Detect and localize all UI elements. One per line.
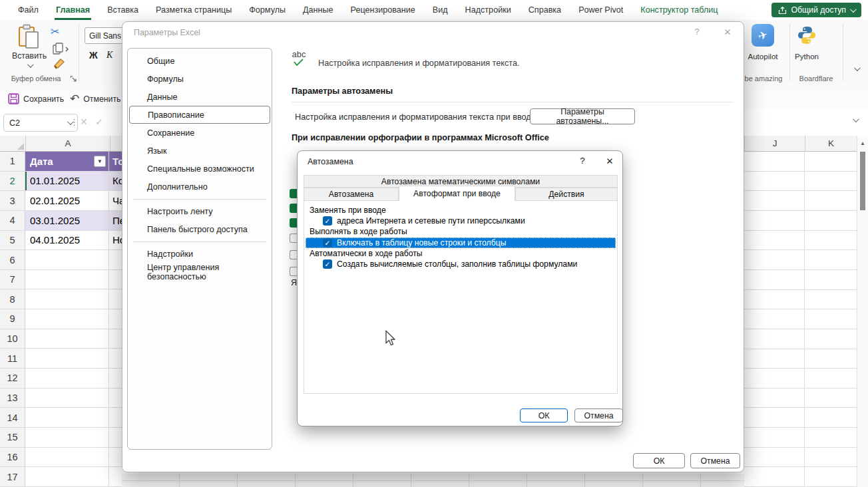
row-header[interactable]: 5 <box>0 231 25 251</box>
row-header[interactable]: 9 <box>0 309 25 329</box>
cell-partial[interactable] <box>109 428 122 448</box>
table-header-cell-date[interactable]: Дата ▾ <box>25 152 109 172</box>
cell-date[interactable] <box>25 270 109 290</box>
close-button[interactable]: ✕ <box>602 156 617 166</box>
vertical-scrollbar[interactable]: ▲ <box>857 136 868 487</box>
cell-date[interactable] <box>25 369 109 389</box>
autocorrect-option-row[interactable]: ✓ адреса Интернета и сетевые пути гиперс… <box>306 216 616 226</box>
cell-date[interactable]: 04.01.2025 <box>25 231 109 251</box>
column-header-a[interactable]: A <box>26 136 110 152</box>
cell-partial[interactable] <box>109 289 122 309</box>
row-header[interactable]: 6 <box>0 250 25 270</box>
ribbon-tab[interactable]: Конструктор таблиц <box>632 0 726 20</box>
options-sidebar-item[interactable]: Дополнительно <box>129 178 270 196</box>
options-sidebar-item[interactable]: Сохранение <box>129 124 270 142</box>
row-header[interactable]: 15 <box>0 428 25 448</box>
cell-partial[interactable] <box>109 369 122 389</box>
ribbon-tab[interactable]: Надстройки <box>457 0 520 20</box>
options-sidebar-item[interactable]: Общие <box>129 52 270 70</box>
confirm-entry-icon[interactable]: ✓ <box>95 116 103 127</box>
scroll-up-icon[interactable]: ▲ <box>860 140 865 146</box>
filter-dropdown-button[interactable]: ▾ <box>94 156 106 167</box>
python-addin-button[interactable]: Python <box>785 24 828 61</box>
options-sidebar-item[interactable]: Данные <box>129 88 270 106</box>
cell-partial[interactable] <box>109 467 122 487</box>
cell-partial[interactable] <box>109 448 122 468</box>
autocorrect-options-button[interactable]: Параметры автозамены... <box>530 108 635 124</box>
autocorrect-option-row[interactable]: ✓ Заменять при вводе <box>306 205 616 216</box>
copy-icon[interactable] <box>53 43 70 55</box>
bold-button[interactable]: Ж <box>89 50 98 61</box>
autocorrect-option-row[interactable]: ✓ Создать вычисляемые столбцы, заполнив … <box>306 259 616 269</box>
options-sidebar-item[interactable]: Язык <box>129 142 270 160</box>
cell-partial[interactable]: Пе <box>109 211 122 231</box>
cancel-entry-icon[interactable]: ✕ <box>80 116 88 127</box>
share-button[interactable]: Общий доступ <box>771 3 861 17</box>
cell-date[interactable] <box>25 349 109 369</box>
options-sidebar-item[interactable]: Надстройки <box>129 245 270 263</box>
checkbox-checked-icon[interactable]: ✓ <box>323 216 332 226</box>
autopilot-addin-button[interactable]: ✈ Autopilot <box>742 24 784 61</box>
empty-grid[interactable] <box>744 152 857 487</box>
cell-date[interactable] <box>25 448 109 468</box>
formula-bar-expand-chevron-icon[interactable] <box>853 116 859 122</box>
cell-partial[interactable] <box>109 349 122 369</box>
ribbon-tab[interactable]: Формулы <box>240 0 294 20</box>
ribbon-tab[interactable]: Справка <box>520 0 570 20</box>
options-cancel-button[interactable]: Отмена <box>690 453 740 468</box>
ribbon-collapse-chevron-icon[interactable] <box>854 65 861 71</box>
cut-icon[interactable]: ✂ <box>51 25 59 38</box>
autocorrect-option-row[interactable]: ✓ Автоматически в ходе работы <box>306 248 616 259</box>
cell-partial[interactable] <box>109 270 122 290</box>
column-header-k[interactable]: K <box>805 136 857 152</box>
name-box[interactable]: C2 <box>3 114 78 132</box>
ribbon-tab[interactable]: Вид <box>424 0 457 20</box>
options-sidebar-item[interactable]: Специальные возможности <box>129 160 270 178</box>
row-header[interactable]: 8 <box>0 289 25 309</box>
clipboard-dialog-launcher-icon[interactable] <box>70 75 77 82</box>
checkbox-checked-icon[interactable]: ✓ <box>323 259 332 269</box>
ribbon-tab[interactable]: Данные <box>294 0 342 20</box>
row-header[interactable]: 2 <box>0 172 25 192</box>
cell-partial[interactable] <box>109 250 122 270</box>
cell-partial[interactable]: Ча <box>109 191 122 211</box>
cell-date[interactable] <box>25 309 109 329</box>
options-sidebar-item[interactable]: Центр управления безопасностью <box>129 263 270 281</box>
paste-icon[interactable] <box>17 24 41 49</box>
paste-button[interactable]: Вставить <box>8 51 51 70</box>
save-button[interactable]: Сохранить <box>8 88 64 109</box>
ribbon-tab[interactable]: Вставка <box>99 0 147 20</box>
cell-date[interactable] <box>25 289 109 309</box>
scrollbar-thumb[interactable] <box>860 152 865 210</box>
row-header[interactable]: 10 <box>0 329 25 349</box>
ribbon-tab[interactable]: Главная <box>47 0 99 20</box>
row-header[interactable]: 11 <box>0 349 25 369</box>
close-button[interactable]: ✕ <box>720 27 735 37</box>
options-sidebar-item[interactable]: Панель быстрого доступа <box>129 220 270 238</box>
row-header[interactable]: 17 <box>0 467 25 487</box>
row-header[interactable]: 4 <box>0 211 25 231</box>
cell-partial[interactable] <box>109 329 122 349</box>
options-sidebar-item[interactable]: Правописание <box>129 106 270 124</box>
autocorrect-ok-button[interactable]: ОК <box>520 408 568 422</box>
italic-button[interactable]: К <box>107 50 112 61</box>
format-painter-icon[interactable] <box>53 57 66 71</box>
table-header-cell-partial[interactable]: То <box>109 152 122 172</box>
name-box-options-icon[interactable]: ⋮ <box>70 117 79 127</box>
row-header[interactable]: 16 <box>0 448 25 468</box>
autocorrect-cancel-button[interactable]: Отмена <box>574 408 623 422</box>
cell-date[interactable] <box>25 408 109 428</box>
cell-partial[interactable] <box>109 408 122 428</box>
tab-autoformat-as-you-type[interactable]: Автоформат при вводе <box>399 186 515 201</box>
cell-date[interactable] <box>25 250 109 270</box>
cell-date[interactable] <box>25 428 109 448</box>
cell-date[interactable]: 03.01.2025 <box>25 211 109 231</box>
cell-partial[interactable] <box>109 389 122 408</box>
undo-button[interactable]: ↶ Отменить <box>70 88 120 109</box>
cell-date[interactable] <box>25 329 109 349</box>
select-all-corner[interactable] <box>0 136 26 152</box>
cell-date[interactable] <box>25 467 109 487</box>
ribbon-tab[interactable]: Файл <box>9 0 47 20</box>
autocorrect-option-row[interactable]: ✓ Включать в таблицу новые строки и стол… <box>306 238 616 248</box>
column-header-b-partial[interactable] <box>110 136 122 152</box>
